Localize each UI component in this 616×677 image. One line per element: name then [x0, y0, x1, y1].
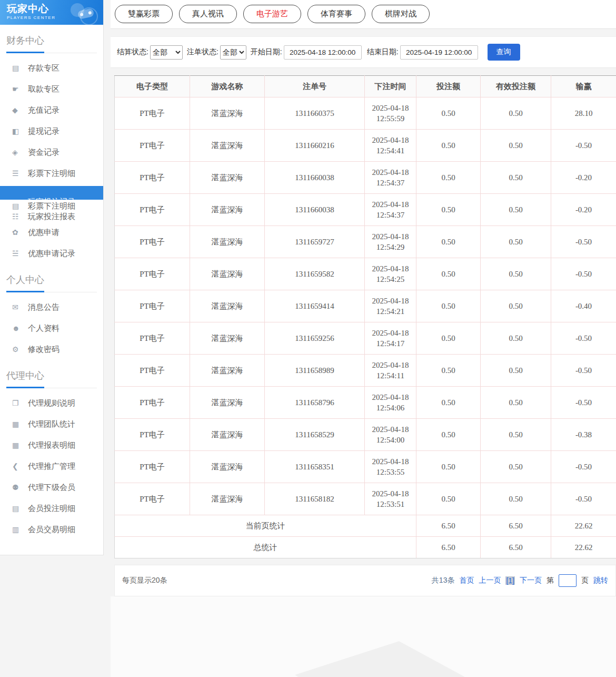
- sidebar-item[interactable]: ☷玩家投注报表: [0, 211, 103, 222]
- sidebar-section-items: ❐代理规则说明▦代理团队统计▦代理报表明细❮代理推广管理⚉代理下级会员▤会员投注…: [0, 388, 103, 540]
- table-cell: 湛蓝深海: [190, 290, 265, 322]
- sidebar-item[interactable]: ◧提现记录: [0, 121, 103, 142]
- profile-person-icon: ☻: [12, 324, 28, 332]
- table-cell: 1311659727: [265, 226, 365, 258]
- tab-4[interactable]: 体育赛事: [307, 5, 365, 23]
- bet-time: 12:53:55: [365, 467, 416, 477]
- sidebar: 玩家中心 PLAYERS CENTER 财务中心▤存款专区☛取款专区◆充值记录◧…: [0, 0, 104, 555]
- top-tabbar: 雙赢彩票真人视讯电子游艺体育赛事棋牌对战: [111, 0, 616, 29]
- sidebar-item[interactable]: ❮代理推广管理: [0, 456, 103, 477]
- bet-time: 12:53:51: [365, 499, 416, 509]
- sidebar-item[interactable]: ☛取款专区: [0, 79, 103, 100]
- jump-link[interactable]: 跳转: [593, 576, 608, 585]
- sidebar-item[interactable]: ⚉代理下级会员: [0, 477, 103, 498]
- sidebar-section-items: ✉消息公告☻个人资料⚙修改密码: [0, 292, 103, 360]
- sidebar-item-label: 提现记录: [28, 126, 59, 136]
- table-row: PT电子湛蓝深海13116595822025-04-1812:54:250.50…: [115, 258, 616, 290]
- cell-bet-time: 2025-04-1812:54:21: [365, 290, 416, 322]
- table-cell: 湛蓝深海: [190, 483, 265, 515]
- table-cell: 湛蓝深海: [190, 97, 265, 130]
- sidebar-item[interactable]: ✉消息公告: [0, 297, 103, 318]
- column-header: 注单号: [265, 76, 365, 97]
- table-cell: 0.50: [416, 162, 481, 194]
- bet-time: 12:54:25: [365, 274, 416, 284]
- summary-win-loss-total: 22.62: [551, 537, 616, 558]
- sidebar-item[interactable]: ◈资金记录: [0, 142, 103, 163]
- sidebar-section-title: 个人中心: [6, 273, 97, 292]
- promo-apply-record-icon: ☱: [12, 249, 28, 258]
- pagination-controls: 共13条 首页 上一页 [1] 下一页 第 页 跳转: [432, 574, 608, 587]
- agent-promotion-share-icon: ❮: [12, 462, 28, 470]
- table-cell: 湛蓝深海: [190, 226, 265, 258]
- table-cell: 0.50: [481, 451, 551, 483]
- end-date-input[interactable]: [400, 45, 478, 60]
- sidebar-item[interactable]: ◆充值记录: [0, 100, 103, 121]
- change-password-gear-icon: ⚙: [12, 345, 28, 354]
- sidebar-section-title: 代理中心: [6, 369, 97, 388]
- sidebar-item[interactable]: ▤玩家投注记录: [0, 186, 103, 200]
- next-page-link[interactable]: 下一页: [520, 576, 542, 585]
- order-status-label: 注单状态:: [187, 47, 218, 57]
- table-cell: -0.50: [551, 322, 616, 355]
- table-cell: PT电子: [115, 162, 190, 194]
- start-date-input[interactable]: [284, 45, 362, 60]
- filter-bar: 结算状态: 全部 注单状态: 全部 开始日期: 结束日期: 查询: [111, 36, 616, 68]
- sidebar-item[interactable]: ▤彩票下注明细: [0, 201, 103, 211]
- table-row: PT电子湛蓝深海13116589892025-04-1812:54:110.50…: [115, 355, 616, 387]
- first-page-link[interactable]: 首页: [459, 576, 474, 585]
- table-row: PT电子湛蓝深海13116587962025-04-1812:54:060.50…: [115, 387, 616, 419]
- bet-date: 2025-04-18: [365, 456, 416, 467]
- table-cell: -0.38: [551, 419, 616, 451]
- summary-label: 总统计: [115, 537, 416, 558]
- lottery-bet-detail-icon: ☰: [12, 169, 28, 178]
- sidebar-section-items: ▤存款专区☛取款专区◆充值记录◧提现记录◈资金记录☰彩票下注明细▤玩家投注记录▤…: [0, 53, 103, 264]
- tab-1[interactable]: 雙赢彩票: [115, 5, 173, 23]
- sidebar-nav: 财务中心▤存款专区☛取款专区◆充值记录◧提现记录◈资金记录☰彩票下注明细▤玩家投…: [0, 34, 103, 540]
- summary-label: 当前页统计: [115, 515, 416, 537]
- table-cell: PT电子: [115, 97, 190, 130]
- sidebar-item[interactable]: ✿优惠申请: [0, 222, 103, 243]
- sidebar-item[interactable]: ⚙修改密码: [0, 339, 103, 360]
- tab-5[interactable]: 棋牌对战: [372, 5, 430, 23]
- tab-3[interactable]: 电子游艺: [243, 5, 301, 23]
- sidebar-item[interactable]: ☻个人资料: [0, 318, 103, 339]
- table-cell: 0.50: [481, 290, 551, 322]
- bet-date: 2025-04-18: [365, 296, 416, 306]
- sidebar-item[interactable]: ☰彩票下注明细: [0, 163, 103, 184]
- end-date-label: 结束日期:: [367, 47, 399, 57]
- bet-date: 2025-04-18: [365, 328, 416, 338]
- table-cell: 0.50: [416, 387, 481, 419]
- sidebar-item-label: 个人资料: [28, 323, 59, 333]
- sidebar-item[interactable]: ▦代理报表明细: [0, 435, 103, 456]
- sidebar-item[interactable]: ☱优惠申请记录: [0, 243, 103, 264]
- table-cell: PT电子: [115, 451, 190, 483]
- sidebar-item[interactable]: ▥会员交易明细: [0, 519, 103, 540]
- tab-2[interactable]: 真人视讯: [179, 5, 237, 23]
- agent-rules-doc-icon: ❐: [12, 399, 28, 407]
- cell-bet-time: 2025-04-1812:53:55: [365, 451, 416, 483]
- search-button[interactable]: 查询: [488, 44, 520, 61]
- sidebar-item[interactable]: ▤会员投注明细: [0, 498, 103, 519]
- settle-status-select[interactable]: 全部: [150, 45, 183, 60]
- table-cell: -0.50: [551, 226, 616, 258]
- bet-date: 2025-04-18: [365, 392, 416, 403]
- sidebar-item[interactable]: ▤存款专区: [0, 57, 103, 79]
- table-cell: 湛蓝深海: [190, 355, 265, 387]
- page-number-input[interactable]: [559, 574, 577, 587]
- cell-bet-time: 2025-04-1812:53:51: [365, 483, 416, 515]
- table-cell: 0.50: [416, 258, 481, 290]
- bet-date: 2025-04-18: [365, 135, 416, 145]
- prev-page-link[interactable]: 上一页: [479, 576, 501, 585]
- table-cell: PT电子: [115, 322, 190, 355]
- table-cell: PT电子: [115, 355, 190, 387]
- table-cell: -0.40: [551, 290, 616, 322]
- cell-bet-time: 2025-04-1812:54:37: [365, 194, 416, 226]
- bet-records-table-wrap: 电子类型游戏名称注单号下注时间投注额有效投注额输赢 PT电子湛蓝深海131166…: [114, 75, 616, 558]
- sidebar-item[interactable]: ❐代理规则说明: [0, 393, 103, 414]
- bottom-area: [111, 596, 616, 677]
- promo-apply-icon: ✿: [12, 228, 28, 237]
- sidebar-item[interactable]: ▦代理团队统计: [0, 414, 103, 435]
- table-cell: 0.50: [416, 419, 481, 451]
- order-status-select[interactable]: 全部: [220, 45, 246, 60]
- bet-date: 2025-04-18: [365, 103, 416, 113]
